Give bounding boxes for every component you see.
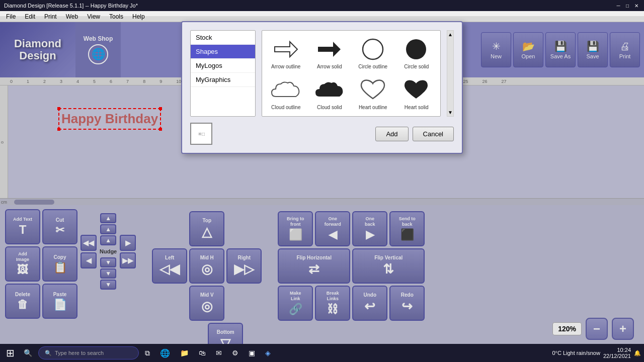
category-shapes[interactable]: Shapes [191,45,255,59]
taskbar-clock: 10:24 22/12/2021 [603,347,631,359]
category-mylogos[interactable]: MyLogos [191,59,255,73]
shape-arrow-outline[interactable]: Arrow outline [266,35,306,71]
shape-heart-solid[interactable]: Heart solid [397,75,437,112]
heart-solid-label: Heart solid [405,105,429,110]
taskbar: ⊞ 🔍 🔍 Type here to search ⧉ 🌐 📁 🛍 ✉ ⚙ ▣ … [0,344,644,362]
shape-arrow-solid[interactable]: Arrow solid [310,35,350,71]
circle-outline-label: Circle outline [358,64,387,69]
cloud-solid-label: Cloud solid [317,105,342,110]
circle-solid-preview [401,37,432,62]
dialog-overlay: Stock Shapes MyLogos MyGraphics Arrow ou… [0,16,644,362]
taskbar-explorer[interactable]: 📁 [176,345,193,360]
maximize-button[interactable]: □ [624,2,631,9]
taskbar-right: 0°C Light rain/snow 10:24 22/12/2021 🔔 [552,347,641,359]
arrow-solid-preview [314,37,345,62]
titlebar: Diamond Design [Release 5.1.1] -- Happy … [0,0,644,11]
task-view-button[interactable]: ⧉ [141,345,154,360]
shape-cloud-solid[interactable]: Cloud solid [310,75,350,112]
arrow-solid-label: Arrow solid [317,64,342,69]
title-text: Diamond Design [Release 5.1.1] -- Happy … [4,3,138,9]
shape-heart-outline[interactable]: Heart outline [353,75,393,112]
category-stock[interactable]: Stock [191,31,255,45]
dialog-footer: ✳□ Add Cancel [190,123,454,145]
svg-marker-1 [318,42,341,57]
cloud-solid-preview [314,77,345,103]
dialog-content: Stock Shapes MyLogos MyGraphics Arrow ou… [190,30,454,117]
dialog-category-list: Stock Shapes MyLogos MyGraphics [190,30,256,117]
dialog-scrollbar[interactable]: ▲ ▼ [447,30,454,117]
taskbar-time: 10:24 [603,347,631,353]
cloud-outline-label: Cloud outline [271,105,300,110]
taskbar-app1[interactable]: ▣ [245,345,259,360]
arrow-outline-label: Arrow outline [271,64,300,69]
category-mygraphics[interactable]: MyGraphics [191,73,255,87]
heart-solid-preview [401,77,432,103]
taskbar-settings[interactable]: ⚙ [228,345,243,360]
notification-icon[interactable]: 🔔 [634,350,641,356]
svg-point-2 [363,39,383,59]
taskbar-mail[interactable]: ✉ [212,345,226,360]
dialog-preview: ✳□ [190,123,212,145]
close-button[interactable]: ✕ [633,2,640,9]
add-shape-dialog: Stock Shapes MyLogos MyGraphics Arrow ou… [181,21,463,154]
shape-circle-solid[interactable]: Circle solid [397,35,437,71]
heart-outline-preview [358,77,388,103]
window-controls: ─ □ ✕ [615,2,640,9]
circle-outline-preview [358,37,388,62]
minimize-button[interactable]: ─ [615,2,622,9]
cloud-outline-preview [271,77,301,103]
dialog-shapes-grid: Arrow outline Arrow solid [262,30,441,117]
arrow-outline-preview [271,37,301,62]
search-icon: 🔍 [45,350,52,356]
start-button[interactable]: ⊞ [3,345,18,360]
taskbar-store[interactable]: 🛍 [195,345,210,360]
shape-cloud-outline[interactable]: Cloud outline [266,75,306,112]
weather-info: 0°C Light rain/snow [552,350,600,356]
dialog-add-button[interactable]: Add [375,127,408,141]
svg-point-3 [406,39,426,59]
svg-marker-0 [275,42,297,57]
search-button[interactable]: 🔍 [20,345,36,360]
taskbar-edge[interactable]: 🌐 [156,345,174,360]
heart-outline-label: Heart outline [359,105,387,110]
shape-circle-outline[interactable]: Circle outline [353,35,393,71]
taskbar-search[interactable]: 🔍 Type here to search [38,346,139,359]
circle-solid-label: Circle solid [404,64,429,69]
search-placeholder: Type here to search [55,350,104,356]
taskbar-date: 22/12/2021 [603,353,631,359]
taskbar-app2[interactable]: ◈ [261,345,275,360]
dialog-cancel-button[interactable]: Cancel [413,127,454,141]
